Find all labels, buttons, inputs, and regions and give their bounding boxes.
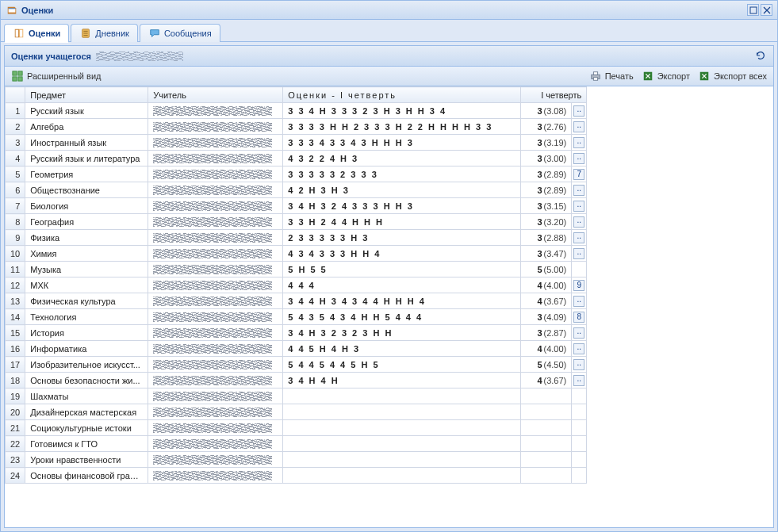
- table-row[interactable]: 13Физическая культура3 4 4 Н 3 4 3 4 4 Н…: [6, 293, 587, 309]
- export-all-button[interactable]: Экспорт всех: [698, 70, 767, 82]
- detail-button[interactable]: [573, 343, 584, 354]
- table-row[interactable]: 5Геометрия3 3 3 3 3 2 3 3 33 (2.89)7: [6, 166, 587, 182]
- quarter-grade: 4: [537, 344, 542, 354]
- detail-button[interactable]: 7: [573, 169, 584, 180]
- detail-button[interactable]: [573, 359, 584, 370]
- grades-cell: 3 3 3 4 3 3 4 3 Н Н Н 3: [283, 135, 521, 151]
- table-row[interactable]: 23Уроки нравственности: [6, 452, 587, 468]
- excel-icon: [698, 70, 711, 82]
- toolbar: Расширенный вид Печать Экспорт Экспорт в…: [5, 67, 773, 86]
- teacher-name-redacted: [153, 328, 272, 338]
- subject-cell: Физическая культура: [25, 293, 148, 309]
- subject-cell: Основы финансовой грам...: [25, 468, 148, 484]
- col-rownum[interactable]: [6, 87, 25, 103]
- quarter-grade: 4: [537, 297, 542, 306]
- table-row[interactable]: 11Музыка5 Н 5 55 (5.00): [6, 262, 587, 277]
- quarter-average: (3.67): [544, 297, 567, 306]
- subject-cell: МХК: [25, 277, 148, 293]
- row-number: 18: [6, 373, 25, 388]
- detail-button[interactable]: [573, 105, 584, 117]
- minimize-button[interactable]: [747, 4, 759, 16]
- quarter-cell: [521, 420, 572, 436]
- table-row[interactable]: 12МХК4 4 44 (4.00)9: [6, 277, 587, 293]
- teacher-cell: [148, 325, 283, 341]
- table-row[interactable]: 15История3 4 Н 3 2 3 2 3 Н Н3 (2.87): [6, 325, 587, 341]
- detail-button[interactable]: [573, 216, 584, 228]
- quarter-cell: 4 (3.67): [521, 293, 572, 309]
- table-row[interactable]: 4Русский язык и литература4 3 2 2 4 Н 33…: [6, 151, 587, 166]
- grid[interactable]: Предмет Учитель Оценки - I четверть I че…: [5, 86, 773, 527]
- window-title: Оценки: [21, 6, 53, 15]
- detail-button[interactable]: [573, 137, 584, 148]
- quarter-grade: 5: [537, 265, 542, 274]
- row-number: 24: [6, 468, 25, 484]
- export-button[interactable]: Экспорт: [642, 70, 690, 82]
- tab-grades[interactable]: Оценки: [4, 24, 69, 42]
- quarter-cell: [521, 468, 572, 484]
- quarter-mark-cell: [572, 436, 587, 452]
- quarter-average: (4.00): [544, 344, 567, 354]
- teacher-name-redacted: [153, 233, 272, 243]
- table-row[interactable]: 17Изобразительное искусст...5 4 4 5 4 4 …: [6, 357, 587, 373]
- col-quarter[interactable]: I четверть: [521, 87, 587, 103]
- table-row[interactable]: 2Алгебра3 3 3 3 Н Н 2 3 3 3 Н 2 2 Н Н Н …: [6, 119, 587, 135]
- table-row[interactable]: 10Химия4 3 4 3 3 3 Н Н 43 (3.47): [6, 246, 587, 262]
- teacher-cell: [148, 436, 283, 452]
- subject-cell: Уроки нравственности: [25, 452, 148, 468]
- table-row[interactable]: 1Русский язык3 3 4 Н 3 3 3 2 3 Н 3 Н Н 3…: [6, 103, 587, 119]
- table-row[interactable]: 21Социокультурные истоки: [6, 420, 587, 436]
- detail-button[interactable]: [573, 375, 584, 386]
- detail-button[interactable]: [573, 153, 584, 164]
- table-row[interactable]: 6Обществознание4 2 Н 3 Н 33 (2.89): [6, 182, 587, 198]
- detail-button[interactable]: [573, 248, 584, 259]
- teacher-name-redacted: [153, 376, 272, 385]
- col-teacher[interactable]: Учитель: [148, 87, 283, 103]
- detail-button[interactable]: [573, 327, 584, 339]
- table-row[interactable]: 9Физика2 3 3 3 3 3 Н 33 (2.88): [6, 230, 587, 246]
- table-row[interactable]: 8География3 3 Н 2 4 4 Н Н Н3 (3.20): [6, 214, 587, 230]
- table-row[interactable]: 14Технология5 4 3 5 4 3 4 Н Н 5 4 4 43 (…: [6, 309, 587, 325]
- quarter-cell: 3 (4.09): [521, 309, 572, 325]
- close-button[interactable]: [761, 4, 772, 16]
- tab-messages[interactable]: Сообщения: [140, 24, 220, 42]
- teacher-cell: [148, 151, 283, 166]
- refresh-button[interactable]: [754, 49, 767, 63]
- teacher-name-redacted: [153, 170, 272, 179]
- teacher-cell: [148, 246, 283, 262]
- table-row[interactable]: 16Информатика4 4 5 Н 4 Н 34 (4.00): [6, 341, 587, 357]
- detail-button[interactable]: [573, 121, 584, 132]
- table-row[interactable]: 24Основы финансовой грам...: [6, 468, 587, 484]
- row-number: 1: [6, 103, 25, 119]
- print-button[interactable]: Печать: [589, 70, 634, 82]
- table-row[interactable]: 3Иностранный язык3 3 3 4 3 3 4 3 Н Н Н 3…: [6, 135, 587, 151]
- detail-button[interactable]: [573, 185, 584, 196]
- teacher-cell: [148, 230, 283, 246]
- detail-button[interactable]: [573, 201, 584, 212]
- tab-diary[interactable]: Дневник: [71, 24, 138, 42]
- quarter-cell: 3 (3.19): [521, 135, 572, 151]
- detail-button[interactable]: [573, 232, 584, 243]
- detail-button[interactable]: 8: [573, 312, 584, 323]
- teacher-name-redacted: [153, 344, 272, 354]
- svg-rect-8: [593, 78, 597, 81]
- col-grades[interactable]: Оценки - I четверть: [283, 87, 521, 103]
- quarter-mark-cell: 8: [572, 309, 587, 325]
- detail-button[interactable]: 9: [573, 280, 584, 291]
- teacher-name-redacted: [153, 186, 272, 195]
- quarter-grade: 5: [537, 360, 542, 369]
- subject-cell: Биология: [25, 198, 148, 214]
- table-row[interactable]: 20Дизайнерская мастерская: [6, 404, 587, 420]
- header-row: Предмет Учитель Оценки - I четверть I че…: [6, 87, 587, 103]
- table-row[interactable]: 18Основы безопасности жи...3 4 Н 4 Н4 (3…: [6, 373, 587, 388]
- export-label: Экспорт: [657, 71, 690, 81]
- quarter-cell: 3 (3.08): [521, 103, 572, 119]
- teacher-cell: [148, 373, 283, 388]
- quarter-mark-cell: [572, 135, 587, 151]
- table-row[interactable]: 19Шахматы: [6, 388, 587, 404]
- grades-cell: 2 3 3 3 3 3 Н 3: [283, 230, 521, 246]
- extended-view-button[interactable]: Расширенный вид: [11, 70, 101, 82]
- col-subject[interactable]: Предмет: [25, 87, 148, 103]
- table-row[interactable]: 7Биология3 4 Н 3 2 4 3 3 3 Н Н 33 (3.15): [6, 198, 587, 214]
- detail-button[interactable]: [573, 296, 584, 307]
- table-row[interactable]: 22Готовимся к ГТО: [6, 436, 587, 452]
